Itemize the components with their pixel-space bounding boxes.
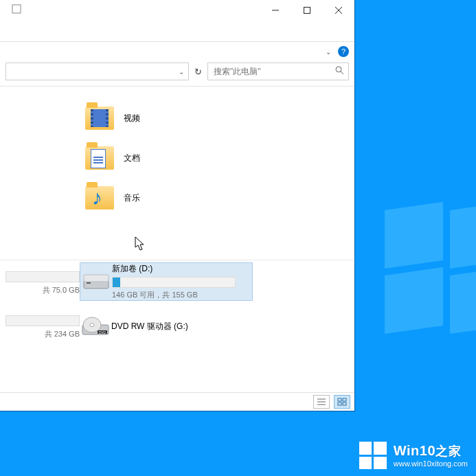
help-icon[interactable]: ? <box>338 46 349 57</box>
drive-dvd-g[interactable]: DVD DVD RW 驱动器 (G:) <box>80 308 251 345</box>
minimize-button[interactable] <box>260 0 291 21</box>
watermark-brand-zh: 之家 <box>435 444 461 458</box>
ribbon-area <box>0 21 354 42</box>
folder-label: 音乐 <box>124 192 140 204</box>
svg-text:DVD: DVD <box>99 331 106 335</box>
drive-partial-c[interactable]: 共 75.0 GB <box>0 264 80 299</box>
address-bar[interactable]: ⌄ <box>5 63 189 80</box>
mouse-cursor-icon <box>135 236 146 251</box>
music-folder-icon: ♪ <box>85 183 114 212</box>
drive-partial-e[interactable]: 共 234 GB <box>0 308 80 343</box>
documents-folder-icon <box>85 144 114 172</box>
view-tiles-button[interactable] <box>334 395 350 409</box>
drive-d-selected[interactable]: 新加卷 (D:) 146 GB 可用，共 155 GB <box>80 262 253 301</box>
titlebar[interactable] <box>0 0 354 21</box>
refresh-button[interactable]: ↻ <box>194 67 202 77</box>
drive-subtext: 共 75.0 GB <box>43 285 80 295</box>
desktop-background: ⌄ ? ⌄ ↻ 视频 <box>0 0 476 476</box>
maximize-button[interactable] <box>291 0 323 21</box>
videos-folder-icon <box>85 104 114 133</box>
search-box[interactable] <box>207 63 349 80</box>
svg-rect-8 <box>84 275 109 282</box>
address-search-row: ⌄ ↻ <box>0 61 354 86</box>
drive-title: 新加卷 (D:) <box>112 263 236 275</box>
watermark-windows-icon <box>359 442 387 469</box>
content-pane[interactable]: 视频 文档 ♪ 音乐 <box>0 87 354 392</box>
svg-rect-21 <box>343 403 346 405</box>
dvd-drive-icon: DVD <box>80 315 111 337</box>
drives-group: 共 75.0 GB 新加卷 (D:) <box>0 260 354 264</box>
svg-rect-19 <box>343 398 346 401</box>
drive-subtext: 共 234 GB <box>45 329 80 339</box>
watermark-brand-en: Win10 <box>394 443 435 458</box>
drive-title: DVD RW 驱动器 (G:) <box>111 321 188 332</box>
drive-subtext: 146 GB 可用，共 155 GB <box>112 290 236 300</box>
svg-rect-9 <box>87 282 91 284</box>
search-icon[interactable] <box>335 66 344 77</box>
folder-label: 文档 <box>124 152 140 164</box>
hard-disk-icon <box>80 272 112 291</box>
search-input[interactable] <box>212 66 318 77</box>
svg-point-12 <box>90 324 94 327</box>
svg-rect-0 <box>12 5 21 13</box>
folder-documents[interactable]: 文档 <box>85 141 140 174</box>
folder-music[interactable]: ♪ 音乐 <box>85 181 140 214</box>
watermark-url: www.win10xitong.com <box>394 460 468 468</box>
svg-rect-18 <box>338 398 341 401</box>
close-button[interactable] <box>323 0 354 21</box>
svg-line-6 <box>341 71 343 74</box>
svg-rect-2 <box>304 8 310 14</box>
drive-usage-bar <box>112 277 236 288</box>
folder-videos[interactable]: 视频 <box>85 102 140 135</box>
svg-rect-20 <box>338 403 341 405</box>
nav-options-row: ⌄ ? <box>0 42 354 61</box>
folder-label: 视频 <box>124 113 140 124</box>
view-details-button[interactable] <box>313 395 330 409</box>
window-menu-icon <box>1 4 32 14</box>
status-bar <box>0 392 354 411</box>
file-explorer-window: ⌄ ? ⌄ ↻ 视频 <box>0 0 355 411</box>
chevron-down-icon[interactable]: ⌄ <box>326 48 331 56</box>
svg-point-5 <box>336 67 341 72</box>
watermark: Win10之家 www.win10xitong.com <box>359 442 468 469</box>
wallpaper-windows-logo <box>385 206 476 330</box>
address-dropdown-icon[interactable]: ⌄ <box>179 68 184 76</box>
